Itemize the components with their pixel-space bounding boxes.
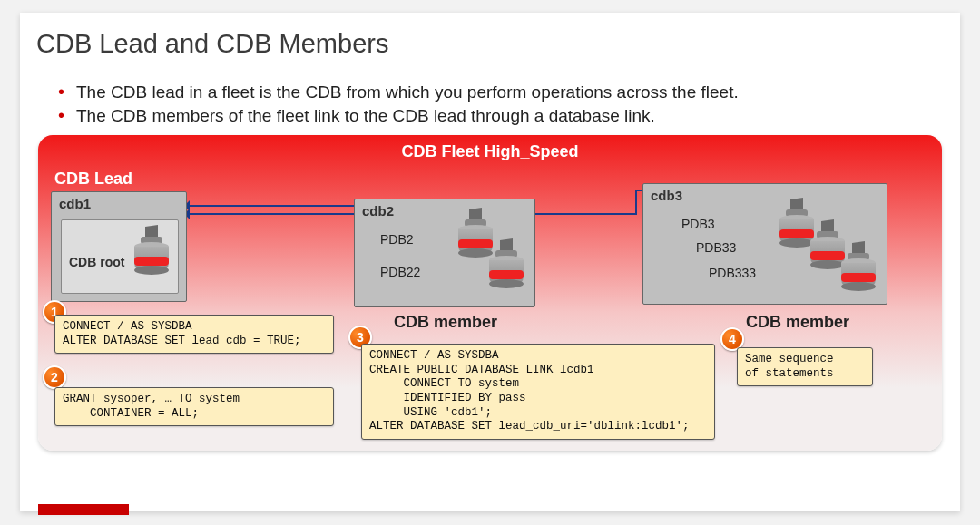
cdb-root-box: CDB root: [61, 219, 179, 294]
pdb-label: PDB3: [681, 217, 715, 231]
arrow-cdb2-to-lead: [188, 205, 354, 207]
diagram-panel: CDB Fleet High_Speed CDB Lead cdb1 CDB r…: [38, 135, 942, 451]
cdb2-box: cdb2 PDB2 PDB22: [354, 199, 535, 307]
code-step-4: Same sequence of statements: [737, 347, 873, 386]
bullet-list: The CDB lead in a fleet is the CDB from …: [58, 83, 947, 126]
code-step-3: CONNECT / AS SYSDBA CREATE PUBLIC DATABA…: [361, 344, 715, 440]
bullet-item: The CDB lead in a fleet is the CDB from …: [58, 83, 947, 102]
cdb2-member-label: CDB member: [394, 313, 497, 332]
cdb-lead-box: cdb1 CDB root: [51, 191, 187, 302]
cdb3-box: cdb3 PDB3 PDB33 PDB333: [642, 183, 887, 305]
database-icon: [839, 242, 877, 293]
bullet-item: The CDB members of the fleet link to the…: [58, 106, 947, 126]
cdb2-name: cdb2: [362, 203, 394, 219]
brand-bar: [38, 504, 129, 515]
code-step-2: GRANT sysoper, … TO system CONTAINER = A…: [54, 387, 334, 426]
pdb-label: PDB33: [696, 240, 736, 255]
cdb3-name: cdb3: [651, 188, 682, 203]
database-icon: [487, 239, 525, 290]
slide-title: CDB Lead and CDB Members: [36, 29, 947, 59]
arrow-cdb3-to-lead-v1: [635, 190, 637, 215]
cdb3-member-label: CDB member: [746, 313, 849, 332]
database-icon: [132, 226, 171, 277]
fleet-title: CDB Fleet High_Speed: [38, 142, 942, 161]
pdb-label: PDB22: [380, 265, 420, 279]
slide: CDB Lead and CDB Members The CDB lead in…: [20, 13, 960, 511]
code-step-1: CONNECT / AS SYSDBA ALTER DATABASE SET l…: [54, 315, 334, 354]
lead-section-label: CDB Lead: [54, 170, 132, 189]
cdb-lead-name: cdb1: [59, 196, 91, 211]
pdb-label: PDB2: [380, 232, 414, 247]
cdb-root-label: CDB root: [69, 255, 124, 269]
step-badge-2: 2: [43, 365, 66, 389]
pdb-label: PDB333: [709, 266, 756, 280]
